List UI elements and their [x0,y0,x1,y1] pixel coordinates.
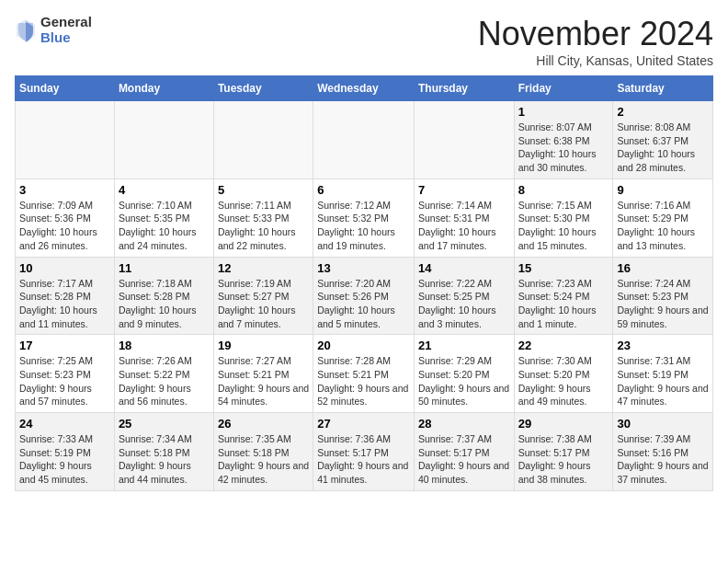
weekday-header-row: SundayMondayTuesdayWednesdayThursdayFrid… [16,76,713,101]
calendar-cell: 25Sunrise: 7:34 AMSunset: 5:18 PMDayligh… [114,413,213,491]
calendar-cell: 11Sunrise: 7:18 AMSunset: 5:28 PMDayligh… [114,257,213,335]
calendar-cell: 3Sunrise: 7:09 AMSunset: 5:36 PMDaylight… [16,178,115,257]
day-info: Sunrise: 7:17 AMSunset: 5:28 PMDaylight:… [19,277,110,331]
weekday-header-thursday: Thursday [414,76,514,101]
calendar-cell: 5Sunrise: 7:11 AMSunset: 5:33 PMDaylight… [213,178,313,257]
logo-icon [15,17,37,43]
logo: General Blue [15,15,92,45]
day-info: Sunrise: 7:35 AMSunset: 5:18 PMDaylight:… [218,432,309,487]
day-number: 9 [617,183,709,197]
day-info: Sunrise: 7:31 AMSunset: 5:19 PMDaylight:… [617,354,709,408]
day-number: 6 [317,183,410,197]
calendar-cell: 9Sunrise: 7:16 AMSunset: 5:29 PMDaylight… [613,178,713,257]
calendar-cell: 26Sunrise: 7:35 AMSunset: 5:18 PMDayligh… [213,413,313,491]
day-info: Sunrise: 7:11 AMSunset: 5:33 PMDaylight:… [218,199,309,253]
calendar-row: 10Sunrise: 7:17 AMSunset: 5:28 PMDayligh… [16,257,713,335]
day-number: 4 [119,183,210,197]
calendar-cell: 29Sunrise: 7:38 AMSunset: 5:17 PMDayligh… [514,413,613,491]
calendar-cell [16,101,115,179]
day-info: Sunrise: 7:12 AMSunset: 5:32 PMDaylight:… [317,199,410,253]
calendar-cell: 21Sunrise: 7:29 AMSunset: 5:20 PMDayligh… [414,335,514,413]
day-info: Sunrise: 7:23 AMSunset: 5:24 PMDaylight:… [518,277,609,331]
day-info: Sunrise: 7:22 AMSunset: 5:25 PMDaylight:… [418,277,510,331]
day-number: 20 [317,339,410,352]
day-number: 27 [317,417,410,431]
day-number: 15 [518,261,609,275]
calendar-cell: 1Sunrise: 8:07 AMSunset: 6:38 PMDaylight… [514,101,613,179]
day-info: Sunrise: 7:25 AMSunset: 5:23 PMDaylight:… [19,354,110,408]
calendar-cell: 16Sunrise: 7:24 AMSunset: 5:23 PMDayligh… [613,257,713,335]
weekday-header-friday: Friday [514,76,613,101]
day-info: Sunrise: 7:26 AMSunset: 5:22 PMDaylight:… [119,354,210,408]
calendar-cell: 18Sunrise: 7:26 AMSunset: 5:22 PMDayligh… [114,335,213,413]
day-number: 28 [418,417,510,431]
calendar-cell: 2Sunrise: 8:08 AMSunset: 6:37 PMDaylight… [613,101,713,179]
calendar-cell: 14Sunrise: 7:22 AMSunset: 5:25 PMDayligh… [414,257,514,335]
day-info: Sunrise: 7:09 AMSunset: 5:36 PMDaylight:… [19,199,110,253]
day-number: 8 [518,183,609,197]
weekday-header-wednesday: Wednesday [313,76,415,101]
calendar-cell: 4Sunrise: 7:10 AMSunset: 5:35 PMDaylight… [114,178,213,257]
day-number: 3 [19,183,110,197]
calendar-cell: 10Sunrise: 7:17 AMSunset: 5:28 PMDayligh… [16,257,115,335]
title-area: November 2024 Hill City, Kansas, United … [478,15,713,68]
day-info: Sunrise: 7:10 AMSunset: 5:35 PMDaylight:… [119,199,210,253]
weekday-header-monday: Monday [114,76,213,101]
day-number: 21 [418,339,510,352]
calendar-cell: 13Sunrise: 7:20 AMSunset: 5:26 PMDayligh… [313,257,415,335]
day-number: 11 [119,261,210,275]
day-number: 14 [418,261,510,275]
logo-blue: Blue [40,30,92,46]
day-info: Sunrise: 7:29 AMSunset: 5:20 PMDaylight:… [418,354,510,408]
day-number: 7 [418,183,510,197]
day-number: 30 [617,417,709,431]
calendar-cell [213,101,313,179]
calendar-cell: 17Sunrise: 7:25 AMSunset: 5:23 PMDayligh… [16,335,115,413]
day-info: Sunrise: 7:36 AMSunset: 5:17 PMDaylight:… [317,432,410,487]
day-info: Sunrise: 7:38 AMSunset: 5:17 PMDaylight:… [518,432,609,487]
calendar-cell [414,101,514,179]
header: General Blue November 2024 Hill City, Ka… [15,15,713,68]
day-number: 17 [19,339,110,352]
day-info: Sunrise: 7:20 AMSunset: 5:26 PMDaylight:… [317,277,410,331]
day-info: Sunrise: 7:33 AMSunset: 5:19 PMDaylight:… [19,432,110,487]
calendar-row: 3Sunrise: 7:09 AMSunset: 5:36 PMDaylight… [16,178,713,257]
day-info: Sunrise: 7:24 AMSunset: 5:23 PMDaylight:… [617,277,709,331]
calendar-cell: 7Sunrise: 7:14 AMSunset: 5:31 PMDaylight… [414,178,514,257]
day-number: 16 [617,261,709,275]
calendar-row: 24Sunrise: 7:33 AMSunset: 5:19 PMDayligh… [16,413,713,491]
day-info: Sunrise: 7:19 AMSunset: 5:27 PMDaylight:… [218,277,309,331]
day-number: 23 [617,339,709,352]
day-number: 10 [19,261,110,275]
month-title: November 2024 [478,15,713,53]
calendar-cell: 22Sunrise: 7:30 AMSunset: 5:20 PMDayligh… [514,335,613,413]
calendar-row: 17Sunrise: 7:25 AMSunset: 5:23 PMDayligh… [16,335,713,413]
calendar-cell: 20Sunrise: 7:28 AMSunset: 5:21 PMDayligh… [313,335,415,413]
day-info: Sunrise: 7:39 AMSunset: 5:16 PMDaylight:… [617,432,709,487]
day-number: 26 [218,417,309,431]
weekday-header-saturday: Saturday [613,76,713,101]
weekday-header-tuesday: Tuesday [213,76,313,101]
day-info: Sunrise: 7:28 AMSunset: 5:21 PMDaylight:… [317,354,410,408]
calendar-cell: 27Sunrise: 7:36 AMSunset: 5:17 PMDayligh… [313,413,415,491]
day-number: 18 [119,339,210,352]
logo-general: General [40,15,92,30]
day-number: 19 [218,339,309,352]
calendar-row: 1Sunrise: 8:07 AMSunset: 6:38 PMDaylight… [16,101,713,179]
day-info: Sunrise: 7:34 AMSunset: 5:18 PMDaylight:… [119,432,210,487]
weekday-header-sunday: Sunday [16,76,115,101]
day-info: Sunrise: 7:37 AMSunset: 5:17 PMDaylight:… [418,432,510,487]
day-info: Sunrise: 7:30 AMSunset: 5:20 PMDaylight:… [518,354,609,408]
calendar-cell: 12Sunrise: 7:19 AMSunset: 5:27 PMDayligh… [213,257,313,335]
calendar-cell: 8Sunrise: 7:15 AMSunset: 5:30 PMDaylight… [514,178,613,257]
day-number: 13 [317,261,410,275]
day-number: 24 [19,417,110,431]
calendar-cell: 6Sunrise: 7:12 AMSunset: 5:32 PMDaylight… [313,178,415,257]
day-number: 12 [218,261,309,275]
logo-text: General Blue [40,15,92,45]
calendar-cell [114,101,213,179]
day-number: 29 [518,417,609,431]
day-info: Sunrise: 7:16 AMSunset: 5:29 PMDaylight:… [617,199,709,253]
day-info: Sunrise: 7:15 AMSunset: 5:30 PMDaylight:… [518,199,609,253]
location: Hill City, Kansas, United States [478,53,713,68]
